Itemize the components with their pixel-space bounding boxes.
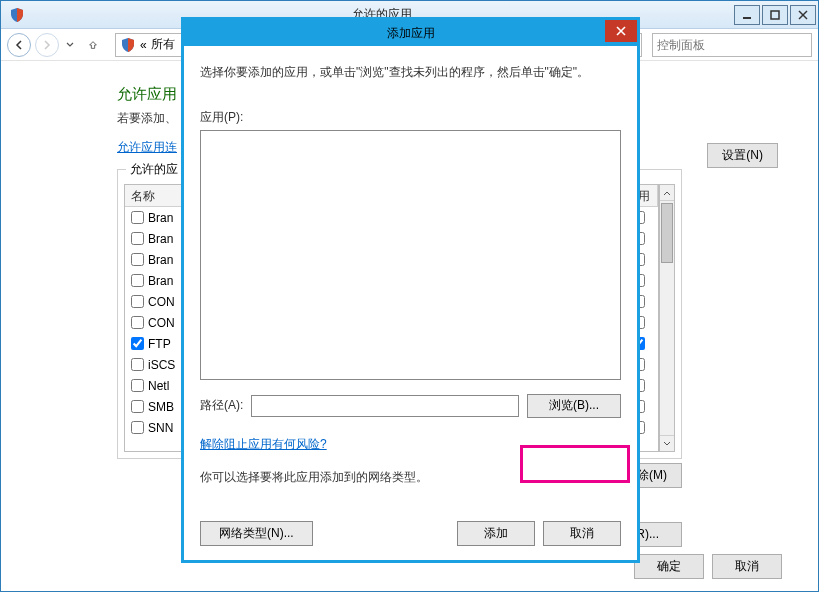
dialog-close-button[interactable] xyxy=(605,20,637,42)
row-label: Bran xyxy=(148,211,173,225)
row-name-checkbox[interactable] xyxy=(131,358,144,371)
scroll-up-arrow[interactable] xyxy=(660,185,674,201)
row-name-checkbox[interactable] xyxy=(131,253,144,266)
close-button[interactable] xyxy=(790,5,816,25)
network-types-button[interactable]: 网络类型(N)... xyxy=(200,521,313,546)
row-name-checkbox[interactable] xyxy=(131,379,144,392)
row-name-checkbox[interactable] xyxy=(131,232,144,245)
nav-back-button[interactable] xyxy=(7,33,31,57)
row-label: CON xyxy=(148,316,175,330)
path-row: 路径(A): 浏览(B)... xyxy=(200,394,621,418)
dialog-titlebar: 添加应用 xyxy=(184,20,637,46)
path-label: 路径(A): xyxy=(200,397,243,414)
path-input[interactable] xyxy=(251,395,519,417)
minimize-button[interactable] xyxy=(734,5,760,25)
firewall-shield-icon xyxy=(9,7,25,23)
nav-forward-button[interactable] xyxy=(35,33,59,57)
parent-cancel-button[interactable]: 取消 xyxy=(712,554,782,579)
row-label: SMB xyxy=(148,400,174,414)
nav-history-dropdown[interactable] xyxy=(63,41,77,49)
dialog-body: 选择你要添加的应用，或单击"浏览"查找未列出的程序，然后单击"确定"。 应用(P… xyxy=(184,46,637,560)
apps-list-label: 应用(P): xyxy=(200,109,621,126)
network-type-description: 你可以选择要将此应用添加到的网络类型。 xyxy=(200,469,621,486)
scroll-track[interactable] xyxy=(660,201,674,435)
add-app-dialog: 添加应用 选择你要添加的应用，或单击"浏览"查找未列出的程序，然后单击"确定"。… xyxy=(181,17,640,563)
row-label: Bran xyxy=(148,232,173,246)
search-input[interactable] xyxy=(657,38,807,52)
dialog-bottom-row: 网络类型(N)... 添加 取消 xyxy=(200,521,621,546)
parent-bottom-buttons: 确定 取消 xyxy=(634,554,782,579)
search-box[interactable] xyxy=(652,33,812,57)
row-label: FTP xyxy=(148,337,171,351)
breadcrumb-text: 所有 xyxy=(151,36,175,53)
add-button[interactable]: 添加 xyxy=(457,521,535,546)
row-name-checkbox[interactable] xyxy=(131,274,144,287)
dialog-instruction: 选择你要添加的应用，或单击"浏览"查找未列出的程序，然后单击"确定"。 xyxy=(200,64,621,81)
vertical-scrollbar[interactable] xyxy=(659,184,675,452)
allow-apps-link[interactable]: 允许应用连 xyxy=(117,139,177,156)
scroll-thumb[interactable] xyxy=(661,203,673,263)
dialog-cancel-button[interactable]: 取消 xyxy=(543,521,621,546)
breadcrumb-prefix: « xyxy=(140,38,147,52)
window-controls xyxy=(732,5,816,25)
unblock-risk-link[interactable]: 解除阻止应用有何风险? xyxy=(200,436,327,453)
scroll-down-arrow[interactable] xyxy=(660,435,674,451)
svg-rect-1 xyxy=(771,11,779,19)
breadcrumb-shield-icon xyxy=(120,37,136,53)
change-settings-button[interactable]: 设置(N) xyxy=(707,143,778,168)
row-name-checkbox[interactable] xyxy=(131,211,144,224)
row-name-checkbox[interactable] xyxy=(131,316,144,329)
groupbox-title: 允许的应 xyxy=(126,161,182,178)
maximize-button[interactable] xyxy=(762,5,788,25)
row-name-checkbox[interactable] xyxy=(131,295,144,308)
row-label: CON xyxy=(148,295,175,309)
row-name-checkbox[interactable] xyxy=(131,421,144,434)
row-label: Bran xyxy=(148,253,173,267)
row-label: Netl xyxy=(148,379,169,393)
browse-button[interactable]: 浏览(B)... xyxy=(527,394,621,418)
row-label: SNN xyxy=(148,421,173,435)
row-label: iSCS xyxy=(148,358,175,372)
nav-up-button[interactable] xyxy=(81,33,105,57)
apps-listbox[interactable] xyxy=(200,130,621,380)
row-label: Bran xyxy=(148,274,173,288)
row-name-checkbox[interactable] xyxy=(131,400,144,413)
row-name-checkbox[interactable] xyxy=(131,337,144,350)
dialog-title: 添加应用 xyxy=(387,25,435,42)
parent-ok-button[interactable]: 确定 xyxy=(634,554,704,579)
